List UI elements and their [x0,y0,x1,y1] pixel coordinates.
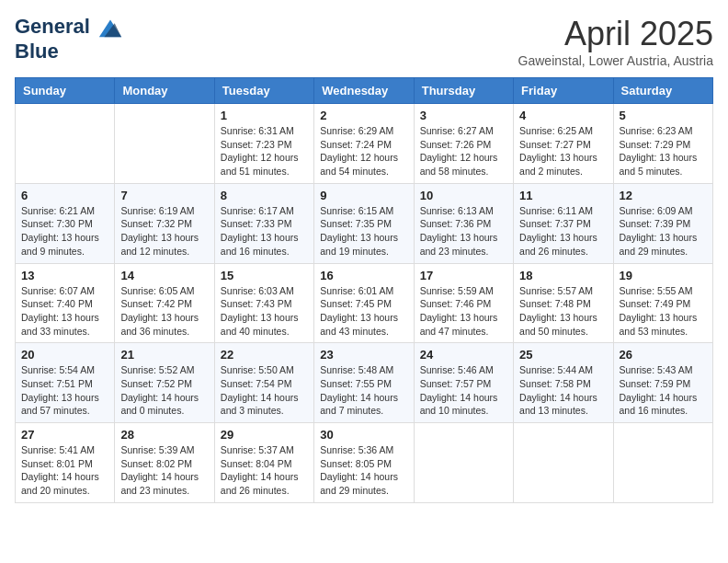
day-info: Sunrise: 6:23 AM Sunset: 7:29 PM Dayligh… [620,124,707,178]
header-wednesday: Wednesday [314,78,414,104]
calendar-week-row: 6Sunrise: 6:21 AM Sunset: 7:30 PM Daylig… [16,183,713,263]
table-row: 17Sunrise: 5:59 AM Sunset: 7:46 PM Dayli… [414,263,513,343]
day-info: Sunrise: 5:52 AM Sunset: 7:52 PM Dayligh… [120,363,208,418]
table-row [613,423,712,503]
calendar-header-row: Sunday Monday Tuesday Wednesday Thursday… [16,78,713,104]
day-info: Sunrise: 6:29 AM Sunset: 7:24 PM Dayligh… [320,124,407,178]
table-row: 24Sunrise: 5:46 AM Sunset: 7:57 PM Dayli… [414,343,513,423]
day-number: 28 [120,428,208,442]
table-row: 20Sunrise: 5:54 AM Sunset: 7:51 PM Dayli… [16,343,115,423]
table-row: 22Sunrise: 5:50 AM Sunset: 7:54 PM Dayli… [214,343,313,423]
day-info: Sunrise: 6:27 AM Sunset: 7:26 PM Dayligh… [420,124,507,178]
day-info: Sunrise: 5:50 AM Sunset: 7:54 PM Dayligh… [221,363,308,418]
header-saturday: Saturday [613,78,712,104]
day-info: Sunrise: 6:25 AM Sunset: 7:27 PM Dayligh… [519,124,607,178]
day-number: 30 [320,428,407,442]
header-thursday: Thursday [414,78,513,104]
table-row: 7Sunrise: 6:19 AM Sunset: 7:32 PM Daylig… [115,183,214,263]
day-info: Sunrise: 5:37 AM Sunset: 8:04 PM Dayligh… [221,443,308,498]
day-number: 23 [320,348,407,362]
day-number: 16 [320,269,407,282]
table-row: 14Sunrise: 6:05 AM Sunset: 7:42 PM Dayli… [115,263,214,343]
table-row: 8Sunrise: 6:17 AM Sunset: 7:33 PM Daylig… [214,183,313,263]
calendar-week-row: 20Sunrise: 5:54 AM Sunset: 7:51 PM Dayli… [16,343,713,423]
table-row: 25Sunrise: 5:44 AM Sunset: 7:58 PM Dayli… [514,343,613,423]
day-number: 12 [620,189,707,202]
table-row: 18Sunrise: 5:57 AM Sunset: 7:48 PM Dayli… [514,263,613,343]
day-info: Sunrise: 6:11 AM Sunset: 7:37 PM Dayligh… [519,204,607,259]
table-row: 15Sunrise: 6:03 AM Sunset: 7:43 PM Dayli… [214,263,313,343]
table-row: 6Sunrise: 6:21 AM Sunset: 7:30 PM Daylig… [16,183,115,263]
day-number: 13 [21,269,108,282]
logo-blue-text: Blue [15,40,123,63]
day-number: 21 [120,348,208,362]
day-number: 27 [21,428,108,442]
day-info: Sunrise: 6:31 AM Sunset: 7:23 PM Dayligh… [221,124,308,178]
day-info: Sunrise: 6:21 AM Sunset: 7:30 PM Dayligh… [21,204,108,259]
day-info: Sunrise: 5:57 AM Sunset: 7:48 PM Dayligh… [519,284,607,339]
day-number: 10 [420,189,507,202]
day-number: 6 [21,189,108,202]
table-row [414,423,513,503]
day-info: Sunrise: 5:59 AM Sunset: 7:46 PM Dayligh… [420,284,507,339]
table-row: 16Sunrise: 6:01 AM Sunset: 7:45 PM Dayli… [314,263,414,343]
logo-text: General [15,15,123,40]
table-row: 13Sunrise: 6:07 AM Sunset: 7:40 PM Dayli… [16,263,115,343]
location-subtitle: Gaweinstal, Lower Austria, Austria [518,53,713,68]
month-title: April 2025 [518,15,713,53]
day-info: Sunrise: 6:03 AM Sunset: 7:43 PM Dayligh… [221,284,308,339]
header-sunday: Sunday [16,78,115,104]
day-number: 17 [420,269,507,282]
table-row: 11Sunrise: 6:11 AM Sunset: 7:37 PM Dayli… [514,183,613,263]
day-info: Sunrise: 5:43 AM Sunset: 7:59 PM Dayligh… [620,363,707,418]
day-number: 22 [221,348,308,362]
day-number: 4 [519,109,607,122]
day-info: Sunrise: 6:15 AM Sunset: 7:35 PM Dayligh… [320,204,407,259]
table-row: 21Sunrise: 5:52 AM Sunset: 7:52 PM Dayli… [115,343,214,423]
day-info: Sunrise: 6:17 AM Sunset: 7:33 PM Dayligh… [221,204,308,259]
day-info: Sunrise: 5:46 AM Sunset: 7:57 PM Dayligh… [420,363,507,418]
day-info: Sunrise: 6:01 AM Sunset: 7:45 PM Dayligh… [320,284,407,339]
day-number: 9 [320,189,407,202]
day-number: 19 [620,269,707,282]
table-row: 10Sunrise: 6:13 AM Sunset: 7:36 PM Dayli… [414,183,513,263]
table-row: 2Sunrise: 6:29 AM Sunset: 7:24 PM Daylig… [314,104,414,184]
table-row [514,423,613,503]
calendar-week-row: 27Sunrise: 5:41 AM Sunset: 8:01 PM Dayli… [16,423,713,503]
table-row: 19Sunrise: 5:55 AM Sunset: 7:49 PM Dayli… [613,263,712,343]
table-row: 30Sunrise: 5:36 AM Sunset: 8:05 PM Dayli… [314,423,414,503]
day-number: 2 [320,109,407,122]
table-row: 23Sunrise: 5:48 AM Sunset: 7:55 PM Dayli… [314,343,414,423]
table-row: 9Sunrise: 6:15 AM Sunset: 7:35 PM Daylig… [314,183,414,263]
day-number: 18 [519,269,607,282]
table-row: 12Sunrise: 6:09 AM Sunset: 7:39 PM Dayli… [613,183,712,263]
table-row: 29Sunrise: 5:37 AM Sunset: 8:04 PM Dayli… [214,423,313,503]
day-info: Sunrise: 5:39 AM Sunset: 8:02 PM Dayligh… [120,443,208,498]
day-number: 29 [221,428,308,442]
logo: General Blue [15,15,123,63]
day-number: 24 [420,348,507,362]
day-number: 3 [420,109,507,122]
day-info: Sunrise: 6:07 AM Sunset: 7:40 PM Dayligh… [21,284,108,339]
table-row: 4Sunrise: 6:25 AM Sunset: 7:27 PM Daylig… [514,104,613,184]
day-number: 26 [620,348,707,362]
header-friday: Friday [514,78,613,104]
calendar-table: Sunday Monday Tuesday Wednesday Thursday… [15,77,713,503]
title-block: April 2025 Gaweinstal, Lower Austria, Au… [518,15,713,68]
table-row: 27Sunrise: 5:41 AM Sunset: 8:01 PM Dayli… [16,423,115,503]
day-number: 25 [519,348,607,362]
table-row: 1Sunrise: 6:31 AM Sunset: 7:23 PM Daylig… [214,104,313,184]
calendar-week-row: 1Sunrise: 6:31 AM Sunset: 7:23 PM Daylig… [16,104,713,184]
day-info: Sunrise: 5:48 AM Sunset: 7:55 PM Dayligh… [320,363,407,418]
table-row [115,104,214,184]
table-row: 3Sunrise: 6:27 AM Sunset: 7:26 PM Daylig… [414,104,513,184]
day-info: Sunrise: 5:36 AM Sunset: 8:05 PM Dayligh… [320,443,407,498]
calendar-week-row: 13Sunrise: 6:07 AM Sunset: 7:40 PM Dayli… [16,263,713,343]
day-info: Sunrise: 5:54 AM Sunset: 7:51 PM Dayligh… [21,363,108,418]
table-row: 28Sunrise: 5:39 AM Sunset: 8:02 PM Dayli… [115,423,214,503]
day-info: Sunrise: 6:13 AM Sunset: 7:36 PM Dayligh… [420,204,507,259]
table-row: 5Sunrise: 6:23 AM Sunset: 7:29 PM Daylig… [613,104,712,184]
header-monday: Monday [115,78,214,104]
table-row: 26Sunrise: 5:43 AM Sunset: 7:59 PM Dayli… [613,343,712,423]
table-row [16,104,115,184]
